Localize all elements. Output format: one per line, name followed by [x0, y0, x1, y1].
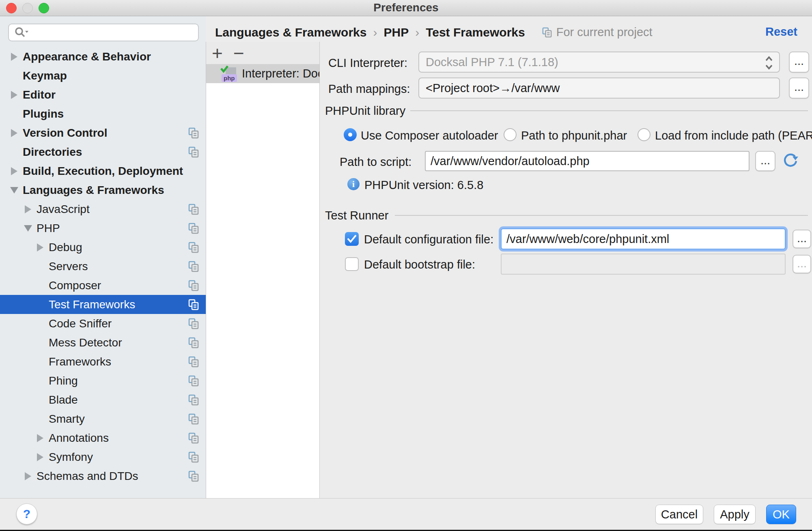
cancel-button[interactable]: Cancel	[655, 505, 703, 524]
default-config-label: Default configuration file:	[364, 233, 493, 246]
path-to-phpunit-phar-radio[interactable]	[504, 128, 517, 141]
expand-arrow-icon[interactable]	[37, 243, 43, 252]
path-mappings-field[interactable]: <Project root>→/var/www	[418, 77, 780, 99]
sidebar-item-label: Debug	[49, 241, 82, 254]
path-to-phpunit-phar-label: Path to phpunit.phar	[521, 129, 627, 142]
cli-interpreter-select[interactable]: Docksal PHP 7.1 (7.1.18)	[418, 52, 780, 73]
cli-interpreter-label: CLI Interpreter:	[328, 56, 407, 70]
default-config-checkbox[interactable]	[345, 232, 359, 246]
phpunit-library-section-title: PHPUnit library	[325, 104, 405, 118]
expand-arrow-icon[interactable]	[24, 225, 32, 232]
expand-arrow-icon[interactable]	[25, 205, 31, 213]
checkmark-icon	[220, 65, 231, 74]
load-from-include-path-label: Load from include path (PEAR)	[655, 129, 812, 142]
default-config-input[interactable]	[501, 228, 786, 249]
breadcrumb-chevron-icon: ›	[415, 26, 419, 39]
search-box[interactable]	[8, 24, 199, 41]
sidebar-item[interactable]: Smarty	[0, 409, 206, 428]
sidebar-item[interactable]: Frameworks	[0, 352, 206, 371]
default-bootstrap-checkbox[interactable]	[345, 257, 359, 271]
sidebar-item[interactable]: Composer	[0, 276, 206, 295]
settings-copy-icon	[188, 280, 199, 291]
expand-arrow-slot	[8, 129, 20, 137]
settings-copy-icon	[188, 242, 199, 253]
apply-button[interactable]: Apply	[714, 505, 756, 524]
sidebar-item[interactable]: JavaScript	[0, 200, 206, 219]
sidebar-item[interactable]: Test Frameworks	[0, 295, 206, 314]
path-to-script-input[interactable]	[425, 151, 750, 171]
sidebar-item-label: Appearance & Behavior	[23, 50, 151, 63]
help-button[interactable]: ?	[16, 503, 37, 525]
sidebar-item[interactable]: Build, Execution, Deployment	[0, 161, 206, 181]
use-composer-autoloader-label: Use Composer autoloader	[361, 129, 498, 142]
expand-arrow-icon[interactable]	[25, 472, 31, 480]
sidebar-item[interactable]: Appearance & Behavior	[0, 47, 206, 66]
breadcrumb-languages-frameworks[interactable]: Languages & Frameworks	[215, 26, 366, 39]
expand-arrow-icon[interactable]	[11, 53, 17, 61]
sidebar-item[interactable]: PHP	[0, 219, 206, 238]
settings-copy-icon	[188, 451, 199, 463]
expand-arrow-icon[interactable]	[11, 167, 17, 175]
sidebar-item-label: Smarty	[49, 413, 85, 426]
sidebar-item-label: Test Frameworks	[49, 298, 135, 311]
sidebar-item-label: Frameworks	[49, 355, 111, 368]
sidebar-item[interactable]: Editor	[0, 85, 206, 104]
stepper-icon[interactable]	[762, 55, 776, 71]
sidebar-item[interactable]: Schemas and DTDs	[0, 467, 206, 486]
sidebar-item[interactable]: Code Sniffer	[0, 314, 206, 333]
sidebar-item[interactable]: Debug	[0, 238, 206, 257]
path-mappings-value: <Project root>→/var/www	[426, 82, 560, 95]
search-icon	[14, 26, 28, 39]
breadcrumb-test-frameworks[interactable]: Test Frameworks	[426, 26, 525, 39]
for-current-project-icon	[542, 27, 552, 38]
expand-arrow-slot	[8, 187, 20, 193]
path-mappings-browse-button[interactable]: ...	[789, 77, 809, 99]
refresh-icon[interactable]	[782, 152, 799, 170]
expand-arrow-icon[interactable]	[11, 129, 17, 137]
settings-sidebar: Appearance & Behavior Keymap Editor Plug…	[0, 16, 206, 498]
cli-interpreter-browse-button[interactable]: ...	[789, 52, 809, 73]
footer-bar: ? Cancel Apply OK	[0, 498, 812, 530]
sidebar-item[interactable]: Directories	[0, 142, 206, 161]
expand-arrow-icon[interactable]	[37, 434, 43, 442]
sidebar-item[interactable]: Plugins	[0, 104, 206, 123]
expand-arrow-icon[interactable]	[10, 187, 18, 193]
add-interpreter-button[interactable]: +	[209, 44, 225, 62]
default-config-browse-button[interactable]: ...	[793, 230, 811, 248]
search-input[interactable]	[28, 25, 198, 40]
window-title: Preferences	[0, 0, 812, 16]
sidebar-item-label: Code Sniffer	[49, 317, 112, 330]
default-bootstrap-input[interactable]	[501, 254, 786, 275]
expand-arrow-icon[interactable]	[37, 453, 43, 461]
default-bootstrap-browse-button[interactable]: ...	[793, 255, 811, 273]
settings-copy-icon	[188, 375, 199, 387]
sidebar-item[interactable]: Phing	[0, 371, 206, 390]
reset-link[interactable]: Reset	[765, 25, 797, 39]
interpreter-list-item[interactable]: php Interpreter: Dock	[206, 64, 319, 83]
interpreters-toolbar: + −	[206, 42, 319, 64]
sidebar-item[interactable]: Keymap	[0, 66, 206, 85]
sidebar-item-label: Composer	[49, 279, 101, 292]
expand-arrow-slot	[34, 453, 46, 461]
php-interpreter-icon: php	[220, 66, 239, 82]
sidebar-item[interactable]: Annotations	[0, 428, 206, 447]
expand-arrow-slot	[34, 434, 46, 442]
settings-copy-icon	[188, 261, 199, 272]
load-from-include-path-radio[interactable]	[638, 128, 650, 141]
sidebar-item[interactable]: Version Control	[0, 123, 206, 142]
interpreters-panel: + − php Interpreter: Dock	[206, 42, 320, 498]
use-composer-autoloader-radio[interactable]	[344, 128, 357, 141]
sidebar-item[interactable]: Blade	[0, 390, 206, 409]
breadcrumb-php[interactable]: PHP	[383, 26, 409, 39]
settings-copy-icon	[188, 471, 199, 482]
remove-interpreter-button[interactable]: −	[231, 44, 247, 62]
sidebar-item[interactable]: Languages & Frameworks	[0, 181, 206, 200]
sidebar-item[interactable]: Mess Detector	[0, 333, 206, 352]
breadcrumb-chevron-icon: ›	[373, 26, 377, 39]
sidebar-item[interactable]: Symfony	[0, 447, 206, 467]
ok-button[interactable]: OK	[766, 505, 796, 524]
path-to-script-browse-button[interactable]: ...	[755, 151, 775, 171]
settings-header: Languages & Frameworks › PHP › Test Fram…	[206, 16, 812, 42]
expand-arrow-icon[interactable]	[11, 91, 17, 99]
sidebar-item[interactable]: Servers	[0, 257, 206, 276]
